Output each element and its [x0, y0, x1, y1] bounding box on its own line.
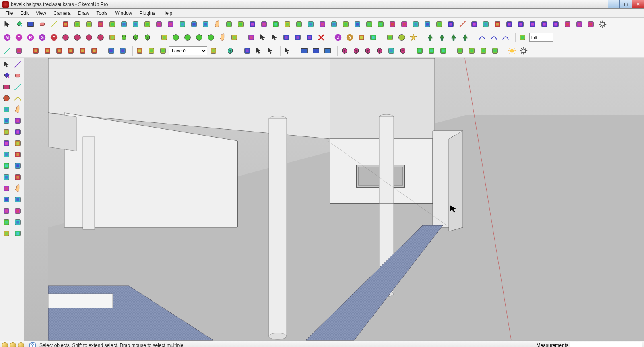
dim4-button[interactable]: [65, 45, 76, 56]
m-badge-button[interactable]: M: [2, 32, 13, 43]
eraser-side-button[interactable]: [12, 70, 23, 81]
rectangle-side-button[interactable]: [1, 81, 12, 92]
pushpull-side-button[interactable]: [12, 115, 23, 126]
j-badge-button[interactable]: J: [332, 32, 344, 43]
texture2-button[interactable]: [426, 45, 437, 56]
flip-y-button[interactable]: [292, 32, 303, 43]
dome1-button[interactable]: [170, 32, 182, 43]
curve1-button[interactable]: [477, 32, 488, 43]
flip-x-button[interactable]: [281, 32, 292, 43]
dimension-side-button[interactable]: [12, 149, 23, 160]
text-side-button[interactable]: [12, 160, 23, 171]
tree1-button[interactable]: [425, 32, 436, 43]
move-side-button[interactable]: [1, 115, 12, 126]
model-info-button[interactable]: [258, 19, 270, 30]
out-arrow-button[interactable]: [269, 32, 280, 43]
axes-side-button[interactable]: [1, 171, 12, 182]
fog-button[interactable]: [562, 19, 573, 30]
menu-tools[interactable]: Tools: [93, 10, 111, 17]
oval-button[interactable]: [396, 32, 407, 43]
hidden-line-button[interactable]: [457, 19, 468, 30]
section-side-button[interactable]: [12, 228, 23, 239]
orbit-button[interactable]: [200, 19, 211, 30]
paint-bucket-button[interactable]: [13, 19, 25, 30]
pan-side-button[interactable]: [12, 183, 23, 194]
glass-cube3-button[interactable]: [362, 45, 374, 56]
back-view-button[interactable]: [410, 19, 421, 30]
terrain1-button[interactable]: [454, 45, 466, 56]
section-plane-button[interactable]: [247, 19, 258, 30]
dim6-button[interactable]: [89, 45, 100, 56]
style5-button[interactable]: [550, 19, 561, 30]
zoom-side-button[interactable]: [1, 194, 12, 205]
paint-bucket-side-button[interactable]: [1, 70, 12, 81]
3dtext-side-button[interactable]: [12, 171, 23, 182]
red-x-button[interactable]: [316, 32, 327, 43]
pan-button[interactable]: [212, 19, 223, 30]
tree3-button[interactable]: [448, 32, 459, 43]
outliner-button[interactable]: [2, 45, 13, 56]
au-badge-button[interactable]: A: [344, 32, 355, 43]
make-component-button[interactable]: [60, 19, 71, 30]
layer-color-button[interactable]: [208, 45, 219, 56]
scale-side-button[interactable]: [1, 138, 12, 149]
glass-cube5-button[interactable]: [397, 45, 409, 56]
orbit-side-button[interactable]: [1, 183, 12, 194]
sphere2-button[interactable]: [72, 32, 83, 43]
dome2-button[interactable]: [182, 32, 193, 43]
cut-button[interactable]: [95, 19, 106, 30]
status-geo-1[interactable]: [2, 342, 8, 347]
select-arrow-button[interactable]: [2, 19, 13, 30]
photo-textures-button[interactable]: [282, 19, 293, 30]
protractor-side-button[interactable]: [1, 160, 12, 171]
rectangle-button[interactable]: [25, 19, 36, 30]
balloon-edit-button[interactable]: [367, 32, 379, 43]
left-view-button[interactable]: [422, 19, 433, 30]
balloon-button[interactable]: [356, 32, 367, 43]
copy-button[interactable]: [107, 19, 118, 30]
terrain4-button[interactable]: [489, 45, 501, 56]
arrows-out-button[interactable]: [265, 45, 276, 56]
flip-v-button[interactable]: [242, 45, 253, 56]
wireframe-button[interactable]: [445, 19, 456, 30]
top-view-button[interactable]: [375, 19, 386, 30]
dim2-button[interactable]: [42, 45, 53, 56]
flip-z-button[interactable]: [304, 32, 315, 43]
rect-l-button[interactable]: [299, 45, 310, 56]
minimize-button[interactable]: ─: [608, 0, 620, 8]
texture1-button[interactable]: [414, 45, 425, 56]
skp-plugin-button[interactable]: [585, 19, 597, 30]
target-button[interactable]: [246, 32, 257, 43]
page-button[interactable]: [229, 32, 240, 43]
menu-view[interactable]: View: [32, 10, 50, 17]
menu-plugins[interactable]: Plugins: [136, 10, 159, 17]
position-camera-button[interactable]: [1, 217, 12, 227]
walk-side-button[interactable]: [12, 217, 23, 227]
menu-window[interactable]: Window: [111, 10, 136, 17]
plugin-gear-button[interactable]: [597, 19, 608, 30]
slice-button[interactable]: [386, 45, 397, 56]
terrain3-button[interactable]: [478, 45, 489, 56]
status-geo-3[interactable]: [18, 342, 24, 347]
previous-button[interactable]: [328, 19, 340, 30]
slab-button[interactable]: [159, 32, 170, 43]
terrain2-button[interactable]: [466, 45, 477, 56]
previous-side-button[interactable]: [1, 205, 12, 216]
door-button[interactable]: [384, 32, 396, 43]
zoom-extents-button[interactable]: [188, 19, 200, 30]
entity-button[interactable]: [13, 45, 25, 56]
iso-view-button[interactable]: [363, 19, 375, 30]
style3-button[interactable]: [527, 19, 538, 30]
menu-edit[interactable]: Edit: [17, 10, 32, 17]
offset-side-button[interactable]: [12, 138, 23, 149]
menu-help[interactable]: Help: [159, 10, 176, 17]
add-location-button[interactable]: [270, 19, 281, 30]
axes-button[interactable]: [157, 45, 169, 56]
right-view-button[interactable]: [398, 19, 410, 30]
help-icon[interactable]: ?: [29, 342, 36, 347]
rect-r-button[interactable]: [310, 45, 322, 56]
style4-button[interactable]: [539, 19, 550, 30]
layer-dropdown[interactable]: Layer0: [169, 46, 207, 55]
sun-button[interactable]: [506, 45, 518, 56]
cube3-button[interactable]: [142, 32, 153, 43]
